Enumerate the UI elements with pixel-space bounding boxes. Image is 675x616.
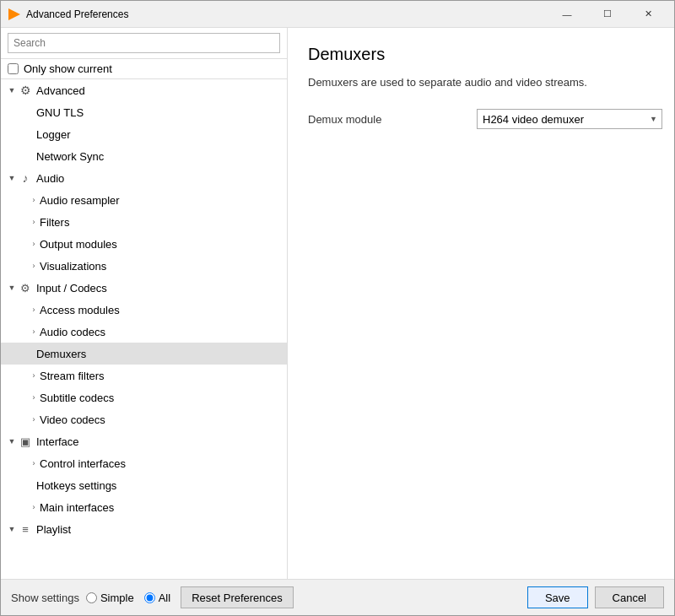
- sidebar-item-hotkeys[interactable]: Hotkeys settings: [1, 474, 287, 496]
- demux-module-dropdown-wrapper: H264 video demuxer Auto AVI MP4/MOV Matr…: [477, 109, 662, 129]
- input-codecs-icon: ⚙: [18, 280, 33, 295]
- only-show-current-row: Only show current: [1, 59, 287, 79]
- sidebar-item-label-main-interfaces: Main interfaces: [40, 501, 114, 514]
- sidebar-item-interface[interactable]: ▼ ▣ Interface: [1, 430, 287, 452]
- minimize-button[interactable]: —: [548, 1, 586, 28]
- title-bar-controls: — ☐ ✕: [548, 1, 667, 28]
- panel-title: Demuxers: [308, 45, 654, 64]
- demux-module-dropdown[interactable]: H264 video demuxer Auto AVI MP4/MOV Matr…: [477, 109, 662, 129]
- show-settings-label: Show settings: [11, 592, 79, 604]
- radio-simple-input[interactable]: [86, 592, 97, 603]
- sidebar-item-label-advanced: Advanced: [36, 84, 85, 97]
- expand-arrow-main-interfaces: ›: [28, 501, 40, 513]
- sidebar-item-audio-resampler[interactable]: › Audio resampler: [1, 189, 287, 211]
- only-show-current-label[interactable]: Only show current: [24, 62, 112, 75]
- only-show-current-checkbox[interactable]: [8, 63, 19, 74]
- playlist-icon: ≡: [18, 521, 33, 537]
- sidebar-item-label-demuxers: Demuxers: [36, 348, 86, 360]
- sidebar-item-label-audio-codecs: Audio codecs: [40, 326, 105, 338]
- sidebar-item-label-video-codecs: Video codecs: [40, 413, 105, 426]
- audio-icon: ♪: [18, 170, 33, 186]
- sidebar-item-label-output-modules: Output modules: [40, 238, 117, 251]
- expand-arrow-video-codecs: ›: [28, 413, 40, 425]
- expand-arrow-advanced: ▼: [6, 84, 18, 96]
- interface-icon: ▣: [18, 434, 33, 449]
- expand-arrow-interface: ▼: [6, 435, 18, 447]
- expand-arrow-input-codecs: ▼: [6, 282, 18, 294]
- expand-arrow-stream-filters: ›: [28, 370, 40, 381]
- app-icon: [8, 8, 21, 21]
- expand-arrow-access: ›: [28, 304, 40, 316]
- sidebar-item-label-playlist: Playlist: [36, 523, 71, 536]
- demux-module-control: H264 video demuxer Auto AVI MP4/MOV Matr…: [477, 109, 662, 129]
- sidebar-item-label-interface: Interface: [36, 435, 79, 448]
- save-button[interactable]: Save: [527, 586, 588, 608]
- sidebar-item-gnu-tls[interactable]: GNU TLS: [1, 101, 287, 123]
- sidebar-item-advanced[interactable]: ▼ ⚙ Advanced: [1, 79, 287, 101]
- sidebar-item-access-modules[interactable]: › Access modules: [1, 299, 287, 321]
- advanced-preferences-window: Advanced Preferences — ☐ ✕ Only show cur…: [0, 0, 675, 616]
- bottom-bar: Show settings Simple All Reset Preferenc…: [1, 579, 674, 615]
- expand-arrow-output: ›: [28, 238, 40, 250]
- window-title: Advanced Preferences: [26, 8, 548, 20]
- expand-arrow-audio: ▼: [6, 172, 18, 184]
- radio-group-settings: Simple All: [86, 592, 170, 604]
- search-box: [1, 28, 287, 59]
- sidebar-item-label-input-codecs: Input / Codecs: [36, 282, 107, 294]
- title-bar: Advanced Preferences — ☐ ✕: [1, 1, 674, 28]
- sidebar-item-label-hotkeys: Hotkeys settings: [36, 479, 116, 492]
- sidebar-item-filters[interactable]: › Filters: [1, 211, 287, 233]
- expand-arrow-playlist: ▼: [6, 523, 18, 535]
- sidebar-item-label-network-sync: Network Sync: [36, 150, 104, 163]
- sidebar-item-audio-codecs[interactable]: › Audio codecs: [1, 321, 287, 343]
- sidebar-item-main-interfaces[interactable]: › Main interfaces: [1, 496, 287, 518]
- sidebar-item-label-logger: Logger: [36, 128, 70, 141]
- tree-container[interactable]: ▼ ⚙ Advanced GNU TLS Logger Network Sync…: [1, 79, 287, 579]
- expand-arrow-audio-codecs: ›: [28, 326, 40, 338]
- sidebar-item-visualizations[interactable]: › Visualizations: [1, 255, 287, 277]
- radio-all-input[interactable]: [144, 592, 155, 603]
- reset-preferences-button[interactable]: Reset Preferences: [181, 586, 294, 608]
- sidebar-item-label-visualizations: Visualizations: [40, 260, 106, 273]
- radio-all-label: All: [159, 592, 170, 604]
- sidebar-item-input-codecs[interactable]: ▼ ⚙ Input / Codecs: [1, 277, 287, 299]
- expand-arrow-subtitle: ›: [28, 392, 40, 403]
- maximize-button[interactable]: ☐: [588, 1, 627, 28]
- sidebar-item-label-stream-filters: Stream filters: [40, 370, 105, 382]
- sidebar-item-label-audio: Audio: [36, 172, 64, 185]
- sidebar-item-label-filters: Filters: [40, 216, 69, 229]
- sidebar-item-audio[interactable]: ▼ ♪ Audio: [1, 167, 287, 189]
- sidebar-item-demuxers[interactable]: Demuxers: [1, 343, 287, 365]
- close-button[interactable]: ✕: [629, 1, 667, 28]
- sidebar-item-subtitle-codecs[interactable]: › Subtitle codecs: [1, 386, 287, 408]
- radio-simple-label: Simple: [100, 592, 134, 604]
- sidebar: Only show current ▼ ⚙ Advanced GNU TLS L…: [1, 28, 288, 579]
- expand-arrow-filters: ›: [28, 216, 40, 228]
- demux-module-label: Demux module: [308, 113, 477, 126]
- sidebar-item-control-interfaces[interactable]: › Control interfaces: [1, 452, 287, 474]
- panel-description: Demuxers are used to separate audio and …: [308, 76, 654, 89]
- sidebar-item-label-audio-resampler: Audio resampler: [40, 194, 120, 207]
- sidebar-item-stream-filters[interactable]: › Stream filters: [1, 365, 287, 386]
- sidebar-item-label-control-interfaces: Control interfaces: [40, 457, 126, 470]
- sidebar-item-label-access-modules: Access modules: [40, 304, 120, 316]
- radio-simple-item[interactable]: Simple: [86, 592, 134, 604]
- setting-row-demux-module: Demux module H264 video demuxer Auto AVI…: [308, 109, 654, 129]
- main-panel: Demuxers Demuxers are used to separate a…: [288, 28, 674, 579]
- advanced-icon: ⚙: [18, 83, 33, 98]
- sidebar-item-label-subtitle-codecs: Subtitle codecs: [40, 392, 114, 404]
- cancel-button[interactable]: Cancel: [595, 586, 664, 608]
- sidebar-item-output-modules[interactable]: › Output modules: [1, 233, 287, 255]
- expand-arrow-resampler: ›: [28, 194, 40, 206]
- radio-all-item[interactable]: All: [144, 592, 170, 604]
- sidebar-item-logger[interactable]: Logger: [1, 123, 287, 145]
- expand-arrow-visualizations: ›: [28, 260, 40, 272]
- sidebar-item-network-sync[interactable]: Network Sync: [1, 145, 287, 167]
- search-input[interactable]: [8, 33, 280, 53]
- sidebar-item-playlist[interactable]: ▼ ≡ Playlist: [1, 518, 287, 540]
- sidebar-item-video-codecs[interactable]: › Video codecs: [1, 408, 287, 430]
- sidebar-item-label-gnu-tls: GNU TLS: [36, 106, 84, 119]
- expand-arrow-control: ›: [28, 457, 40, 469]
- svg-marker-0: [8, 8, 20, 20]
- main-content: Only show current ▼ ⚙ Advanced GNU TLS L…: [1, 28, 674, 579]
